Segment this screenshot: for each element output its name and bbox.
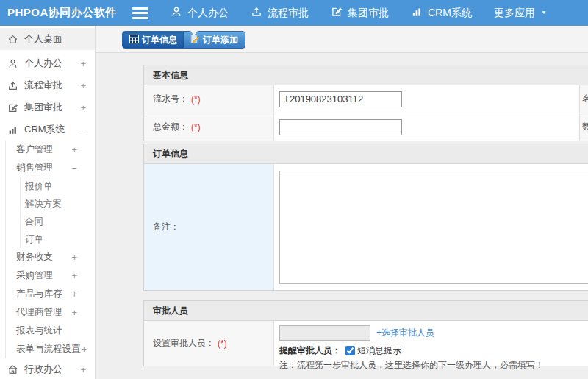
sms-notify-label: 短消息提示 (357, 344, 401, 357)
content-area: 订单信息 订单添加 基本信息 流水号： (*) (96, 26, 588, 379)
sidebar-item-admin-office[interactable]: 行政办公 + (0, 358, 95, 379)
section-order-info: 订单信息 备注： (143, 144, 588, 291)
home-icon (7, 34, 18, 45)
approver-picker-input[interactable] (279, 325, 370, 341)
clipped-side-label: 数 (580, 113, 588, 141)
tab-strip: 订单信息 订单添加 (96, 26, 588, 53)
sidebar-item-order[interactable]: 订单 (21, 230, 95, 248)
collapse-minus-icon[interactable]: − (80, 124, 86, 135)
menu-toggle-button[interactable] (132, 7, 148, 19)
nav-crm-system[interactable]: CRM系统 (411, 6, 472, 20)
remark-textarea[interactable] (279, 171, 588, 284)
expand-plus-icon[interactable]: + (71, 288, 77, 300)
serial-number-input[interactable] (279, 91, 402, 107)
form-row-total-amount: 总金额： (*) 数 (144, 113, 588, 141)
choose-approver-link[interactable]: +选择审批人员 (376, 327, 434, 339)
sidebar-item-personal-desktop[interactable]: 个人桌面 (0, 28, 95, 50)
approval-tray-icon (251, 6, 268, 20)
edit-icon (331, 6, 348, 20)
sidebar-item-contract[interactable]: 合同 (21, 213, 95, 230)
sidebar-item-finance[interactable]: 财务收支 + (6, 248, 95, 266)
nav-group-approval[interactable]: 集团审批 (331, 6, 389, 20)
nav-process-approval[interactable]: 流程审批 (251, 6, 309, 20)
add-form-icon (190, 35, 203, 46)
sales-submenu: 报价单 解决方案 合同 订单 (20, 177, 95, 248)
nav-personal-office[interactable]: 个人办公 (171, 6, 229, 20)
section-basic-info: 基本信息 流水号： (*) 名 总金额： (* (143, 65, 588, 141)
top-navigation: 个人办公 流程审批 集团审批 CRM系统 更多应用 ▼ (171, 6, 569, 20)
caret-down-icon: ▼ (541, 10, 547, 15)
nav-more-apps[interactable]: 更多应用 ▼ (494, 7, 547, 20)
field-label: 设置审批人员： (153, 337, 215, 350)
approval-tray-icon (7, 80, 18, 91)
expand-plus-icon[interactable]: + (80, 80, 86, 91)
expand-plus-icon[interactable]: + (71, 270, 77, 281)
app-title: PHPOA协同办公软件 (7, 6, 123, 20)
office-building-icon (7, 364, 18, 375)
sms-notify-checkbox[interactable] (345, 346, 355, 355)
user-icon (171, 6, 187, 20)
sidebar-item-form-flow-settings[interactable]: 表单与流程设置 + (6, 340, 95, 358)
approver-note: 注：流程第一步审批人员，这里选择你的下一级办理人，必需填写！ (279, 359, 588, 372)
field-label: 总金额： (153, 121, 188, 133)
user-icon (7, 58, 18, 69)
expand-plus-icon[interactable]: + (71, 252, 77, 263)
collapse-minus-icon[interactable]: − (71, 163, 77, 174)
sidebar-item-product-inventory[interactable]: 产品与库存 + (6, 285, 95, 303)
edit-icon (7, 102, 18, 113)
sidebar-item-solution[interactable]: 解决方案 (21, 195, 95, 213)
sidebar-item-process-approval[interactable]: 流程审批 + (0, 74, 95, 96)
sidebar-item-reports[interactable]: 报表与统计 (6, 322, 95, 340)
form-row-serial-number: 流水号： (*) 名 (144, 85, 588, 113)
clipped-side-label: 名 (580, 85, 588, 113)
expand-plus-icon[interactable]: + (71, 144, 77, 155)
crm-submenu: 客户管理 + 销售管理 − 报价单 解决方案 合同 订单 财务收支 + 采购管理… (5, 141, 95, 358)
order-add-form: 基本信息 流水号： (*) 名 总金额： (* (143, 65, 588, 366)
form-row-remark: 备注： (144, 164, 588, 290)
expand-plus-icon[interactable]: + (80, 364, 86, 375)
section-title: 基本信息 (144, 65, 588, 85)
sidebar-item-sales-mgmt[interactable]: 销售管理 − (6, 159, 95, 177)
sidebar-item-personal-office[interactable]: 个人办公 + (0, 52, 95, 74)
expand-plus-icon[interactable]: + (82, 344, 87, 355)
sidebar-item-group-approval[interactable]: 集团审批 + (0, 96, 95, 118)
sidebar-item-agent-mgmt[interactable]: 代理商管理 + (6, 303, 95, 322)
sidebar-item-quotation[interactable]: 报价单 (21, 177, 95, 195)
tab-bar: 订单信息 订单添加 (122, 31, 245, 49)
expand-plus-icon[interactable]: + (80, 58, 86, 69)
sidebar-item-customer-mgmt[interactable]: 客户管理 + (6, 141, 95, 159)
expand-plus-icon[interactable]: + (80, 102, 86, 113)
sidebar: 个人桌面 个人办公 + 流程审批 + 集团审批 + CRM系统 − 客户管理 + (0, 26, 96, 379)
required-marker: (*) (191, 122, 201, 132)
topbar: PHPOA协同办公软件 个人办公 流程审批 集团审批 CRM系统 更多应用 ▼ (0, 0, 588, 26)
sidebar-item-crm-system[interactable]: CRM系统 − (0, 118, 95, 141)
tab-notch (190, 31, 198, 35)
section-title: 审批人员 (144, 301, 588, 321)
sidebar-item-purchase-mgmt[interactable]: 采购管理 + (6, 266, 95, 285)
section-approver: 审批人员 设置审批人员： (*) +选择审批人员 提醒审批人员： (143, 300, 588, 366)
tab-order-info[interactable]: 订单信息 (123, 32, 184, 48)
required-marker: (*) (191, 94, 201, 105)
table-icon (129, 35, 142, 46)
form-row-approver: 设置审批人员： (*) +选择审批人员 提醒审批人员： 短消息提示 (144, 321, 588, 366)
total-amount-input[interactable] (279, 119, 402, 135)
section-title: 订单信息 (144, 144, 588, 164)
field-label: 流水号： (153, 93, 188, 105)
bar-chart-icon (7, 124, 18, 135)
expand-plus-icon[interactable]: + (71, 307, 77, 318)
field-label: 备注： (153, 221, 179, 233)
required-marker: (*) (218, 339, 227, 349)
remind-label: 提醒审批人员： (279, 344, 341, 357)
bar-chart-icon (411, 6, 428, 20)
